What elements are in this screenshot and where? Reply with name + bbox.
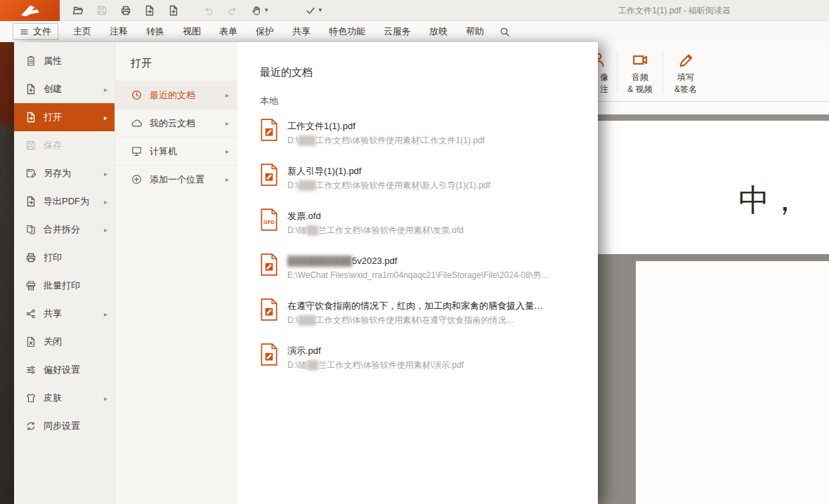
preferences-icon bbox=[25, 364, 37, 376]
ofd-file-icon bbox=[260, 208, 278, 231]
menu-tab-view[interactable]: 视图 bbox=[174, 21, 210, 42]
menu-item-open[interactable]: 打开 ▸ bbox=[14, 103, 115, 131]
merge-split-icon bbox=[25, 224, 37, 235]
menu-item-properties[interactable]: 属性 bbox=[14, 47, 115, 75]
menu-item-share[interactable]: 共享 ▸ bbox=[14, 300, 115, 328]
menu-tab-home[interactable]: 主页 bbox=[64, 21, 100, 42]
recent-file-row[interactable]: 演示.pdf D:\随██兰工作文档\体验软件使用素材\演示.pdf bbox=[260, 340, 587, 385]
pdf-file-icon bbox=[260, 343, 278, 366]
hand-tool-button[interactable]: ▾ bbox=[249, 4, 268, 18]
submenu-arrow-icon: ▸ bbox=[104, 198, 107, 206]
document-canvas-band bbox=[598, 114, 829, 121]
menu-items: 主页 注释 转换 视图 表单 保护 共享 特色功能 云服务 放映 帮助 bbox=[64, 21, 493, 42]
page-plus-icon bbox=[168, 5, 179, 16]
menu-item-close[interactable]: 关闭 bbox=[14, 328, 115, 356]
menu-tab-help[interactable]: 帮助 bbox=[457, 21, 493, 42]
menu-tab-protect[interactable]: 保护 bbox=[247, 21, 283, 42]
menu-item-create[interactable]: 创建 ▸ bbox=[14, 75, 115, 103]
menu-item-export-pdf[interactable]: 导出PDF为 ▸ bbox=[14, 187, 115, 215]
pencil-icon bbox=[677, 51, 695, 69]
create-page-button[interactable] bbox=[167, 4, 181, 18]
menu-item-preferences[interactable]: 偏好设置 bbox=[14, 356, 115, 384]
file-name: ██████████5v2023.pdf bbox=[287, 255, 549, 267]
file-path: E:\WeChat Files\wxid_rra1m04nqaqc21\File… bbox=[287, 270, 549, 281]
sync-icon bbox=[25, 420, 37, 432]
redo-button bbox=[226, 4, 240, 18]
menu-tab-features[interactable]: 特色功能 bbox=[320, 21, 374, 42]
search-button[interactable] bbox=[496, 23, 513, 40]
menu-tab-share[interactable]: 共享 bbox=[283, 21, 320, 42]
open-panel: 打开 最近的文档 ▸ 我的云文档 ▸ 计算机 ▸ 添加一个位置 ▸ bbox=[115, 42, 237, 504]
recent-file-row[interactable]: 新人引导(1)(1).pdf D:\███工作文档\体验软件使用素材\新人引导(… bbox=[260, 161, 587, 206]
menu-tab-present[interactable]: 放映 bbox=[420, 21, 457, 42]
menu-item-sync-settings[interactable]: 同步设置 bbox=[14, 412, 115, 440]
page-export-icon bbox=[144, 5, 155, 16]
ribbon-button-audio-video[interactable]: 音频 & 视频 bbox=[620, 42, 660, 101]
pdf-file-icon bbox=[260, 253, 278, 276]
menu-tab-comment[interactable]: 注释 bbox=[100, 21, 137, 42]
recent-file-row[interactable]: 工作文件1(1).pdf D:\███工作文档\体验软件使用素材\工作文件1(1… bbox=[260, 116, 587, 161]
open-file-button[interactable] bbox=[71, 4, 85, 18]
pdf-file-icon bbox=[260, 164, 278, 186]
close-doc-icon bbox=[25, 336, 37, 347]
submenu-arrow-icon: ▸ bbox=[226, 147, 229, 155]
save-button bbox=[95, 4, 109, 18]
file-name: 新人引导(1)(1).pdf bbox=[287, 165, 490, 178]
recent-panel-title: 最近的文档 bbox=[260, 65, 587, 79]
menu-item-merge-split[interactable]: 合并拆分 ▸ bbox=[14, 215, 115, 244]
submenu-arrow-icon: ▸ bbox=[104, 226, 107, 234]
clock-icon bbox=[131, 89, 143, 101]
recent-file-row[interactable]: ██████████5v2023.pdf E:\WeChat Files\wxi… bbox=[260, 251, 587, 296]
file-path: D:\███工作文档\体验软件使用素材\新人引导(1)(1).pdf bbox=[287, 180, 490, 192]
menu-tab-form[interactable]: 表单 bbox=[210, 21, 247, 42]
menu-item-batch-print[interactable]: 批量打印 bbox=[14, 272, 115, 300]
pdf-file-icon bbox=[260, 119, 278, 141]
app-logo-button[interactable] bbox=[0, 0, 60, 21]
menu-item-save-as[interactable]: 另存为 ▸ bbox=[14, 159, 115, 187]
quick-toolbar: ▾ ▾ bbox=[71, 4, 322, 18]
file-menu-button[interactable]: 文件 bbox=[13, 23, 58, 40]
open-item-recent-documents[interactable]: 最近的文档 ▸ bbox=[115, 81, 237, 109]
file-menu-overlay: 属性 创建 ▸ 打开 ▸ 保存 另存为 ▸ 导出PDF为 ▸ bbox=[14, 42, 598, 504]
menu-item-save: 保存 bbox=[14, 131, 115, 159]
pdf-file-icon bbox=[260, 298, 278, 321]
export-button[interactable] bbox=[143, 4, 157, 18]
document-text-fragment: 中， bbox=[738, 180, 800, 221]
check-icon bbox=[305, 5, 316, 16]
plus-circle-icon bbox=[131, 173, 143, 185]
submenu-arrow-icon: ▸ bbox=[226, 175, 229, 183]
menu-tab-cloud[interactable]: 云服务 bbox=[374, 21, 420, 42]
ribbon-separator bbox=[617, 51, 618, 93]
menu-tab-convert[interactable]: 转换 bbox=[137, 21, 174, 42]
ribbon-lower-strip bbox=[598, 102, 829, 114]
search-icon bbox=[500, 27, 510, 37]
properties-icon bbox=[25, 55, 37, 67]
recent-file-row[interactable]: 发票.ofd D:\随██兰工作文档\体验软件使用素材\发票.ofd bbox=[260, 206, 587, 251]
printer-icon bbox=[25, 252, 37, 263]
file-name: 在遵守饮食指南的情况下，红肉，加工肉和家禽的膳食摄入量… bbox=[287, 300, 543, 312]
hamburger-icon bbox=[20, 27, 29, 37]
submenu-arrow-icon: ▸ bbox=[104, 310, 107, 318]
caret-down-icon[interactable]: ▾ bbox=[319, 7, 322, 13]
hand-tool-icon bbox=[251, 5, 262, 16]
menu-bar: 文件 主页 注释 转换 视图 表单 保护 共享 特色功能 云服务 放映 帮助 bbox=[0, 21, 829, 42]
menu-item-print[interactable]: 打印 bbox=[14, 244, 115, 272]
ribbon-button-label: 像 bbox=[600, 72, 608, 83]
open-folder-icon bbox=[72, 5, 84, 16]
open-item-add-place[interactable]: 添加一个位置 ▸ bbox=[115, 165, 237, 193]
ribbon-button-label: 填写 bbox=[677, 72, 694, 83]
open-item-computer[interactable]: 计算机 ▸ bbox=[115, 137, 237, 165]
menu-item-skin[interactable]: 皮肤 ▸ bbox=[14, 384, 115, 412]
ribbon-button-partial[interactable]: 像 注 bbox=[598, 42, 615, 101]
caret-down-icon[interactable]: ▾ bbox=[265, 7, 268, 13]
submenu-arrow-icon: ▸ bbox=[226, 91, 229, 99]
ribbon-button-fill-sign[interactable]: 填写 &签名 bbox=[665, 42, 706, 101]
create-page-icon bbox=[25, 84, 37, 95]
monitor-icon bbox=[131, 145, 143, 157]
open-item-cloud-documents[interactable]: 我的云文档 ▸ bbox=[115, 109, 237, 137]
recent-file-row[interactable]: 在遵守饮食指南的情况下，红肉，加工肉和家禽的膳食摄入量… D:\███工作文档\… bbox=[260, 296, 587, 340]
redacted-segment: ██████████ bbox=[287, 256, 352, 266]
undo-icon bbox=[203, 5, 214, 16]
select-tool-button[interactable]: ▾ bbox=[303, 4, 322, 18]
print-button[interactable] bbox=[119, 4, 133, 18]
